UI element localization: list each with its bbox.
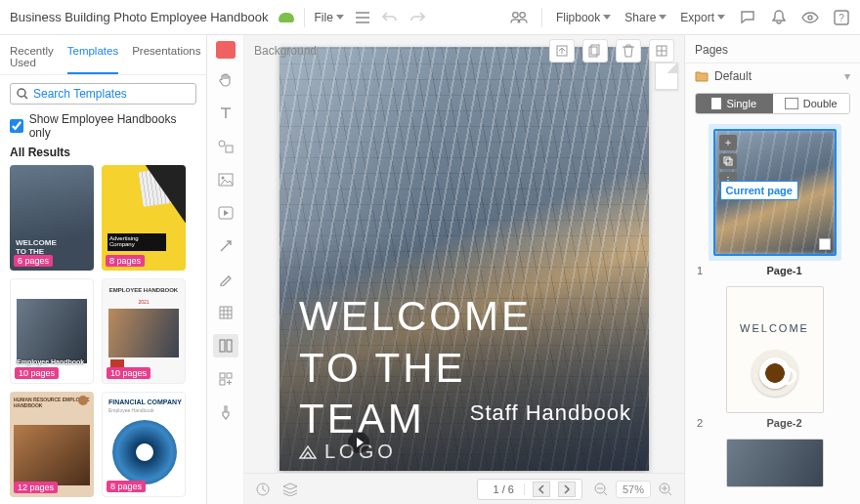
share-label: Share — [624, 11, 656, 24]
list-view-icon[interactable] — [354, 9, 371, 26]
prev-page-button[interactable] — [533, 482, 550, 497]
thumb-checkbox[interactable] — [819, 238, 831, 250]
flipbook-menu[interactable]: Flipbook — [556, 11, 611, 24]
page-index: 1 — [697, 265, 709, 276]
template-subtitle: 2021 — [103, 299, 185, 305]
pages-badge: 10 pages — [15, 367, 59, 379]
table-tool[interactable] — [213, 301, 238, 324]
template-card[interactable]: WELCOME TO THE TEAM 6 pages — [10, 165, 94, 271]
background-label: Background — [254, 44, 317, 58]
folder-name: Default — [714, 69, 752, 83]
all-results-heading: All Results — [0, 146, 206, 165]
hand-tool[interactable] — [213, 68, 238, 92]
caret-down-icon — [603, 15, 611, 20]
template-title: WELCOME — [16, 238, 88, 247]
template-title: FINANCIAL COMPANY — [108, 399, 182, 405]
arrow-tool[interactable] — [213, 234, 238, 258]
svg-rect-24 — [724, 157, 730, 163]
brush-tool[interactable] — [213, 400, 238, 424]
page-peek-icon[interactable] — [655, 63, 678, 90]
search-input[interactable] — [33, 87, 190, 101]
svg-point-5 — [18, 89, 25, 97]
page-thumbnail-item[interactable]: WELCOME 2 Page-2 — [695, 286, 854, 429]
undo-button[interactable] — [381, 9, 399, 26]
caret-down-icon — [336, 15, 344, 20]
caret-down-icon — [717, 15, 725, 20]
document-title: Business Building Photo Employee Handboo… — [10, 10, 269, 24]
current-page-tag: Current page — [720, 181, 798, 200]
file-menu-label: File — [315, 11, 333, 24]
color-fill-tool[interactable] — [216, 41, 236, 59]
page-name[interactable]: Page-2 — [716, 417, 852, 429]
page-settings-icon[interactable] — [649, 39, 674, 63]
thumb-text: WELCOME — [727, 322, 823, 334]
history-icon[interactable] — [254, 481, 272, 498]
filter-checkbox[interactable] — [10, 119, 23, 133]
single-page-icon — [711, 98, 721, 109]
components-tool[interactable] — [213, 367, 238, 391]
caret-down-icon: ▾ — [844, 69, 850, 83]
divider — [541, 8, 542, 27]
templates-grid: WELCOME TO THE TEAM 6 pages Advertising … — [10, 165, 198, 497]
svg-point-1 — [520, 12, 525, 17]
delete-page-icon[interactable] — [616, 39, 641, 63]
template-card[interactable]: FINANCIAL COMPANY Employee Handbook 8 pa… — [102, 392, 186, 497]
tab-presentations[interactable]: Presentations — [132, 45, 200, 74]
page-name[interactable]: Page-1 — [716, 265, 852, 276]
template-card[interactable]: EMPLOYEE HANDBOOK 2021 10 pages — [102, 278, 186, 384]
duplicate-page-icon[interactable] — [582, 39, 608, 63]
svg-rect-12 — [220, 340, 225, 352]
search-templates[interactable] — [10, 83, 196, 105]
pages-badge: 12 pages — [14, 482, 58, 493]
tab-recently-used[interactable]: Recently Used — [10, 45, 54, 74]
collaborators-icon[interactable] — [510, 9, 528, 26]
canvas-header: Background — [244, 35, 684, 66]
page-canvas[interactable]: WELCOME TO THE TEAM Staff Handbook LOGO — [280, 47, 649, 471]
mode-single-button[interactable]: Single — [696, 94, 773, 113]
export-page-icon[interactable] — [549, 39, 575, 63]
shapes-tool[interactable] — [213, 135, 238, 158]
zoom-controls: 57% — [592, 481, 674, 498]
text-tool[interactable] — [213, 102, 238, 125]
template-card[interactable]: Employee Handbook 10 pages — [10, 278, 94, 384]
play-animation-button[interactable] — [348, 432, 369, 453]
template-title: Advertising Company — [108, 233, 166, 251]
thumb-add-icon[interactable]: ＋ — [719, 135, 737, 150]
export-menu[interactable]: Export — [680, 11, 725, 24]
preview-icon[interactable] — [801, 9, 819, 26]
file-menu[interactable]: File — [315, 11, 344, 24]
zoom-percentage[interactable]: 57% — [616, 481, 651, 498]
pages-badge: 10 pages — [107, 367, 150, 379]
pages-panel: Pages Default ▾ Single Double — [684, 35, 860, 504]
filter-show-handbooks[interactable]: Show Employee Handbooks only — [0, 112, 206, 146]
pager: 1 / 6 — [477, 479, 582, 500]
redo-button[interactable] — [408, 9, 426, 26]
mode-double-button[interactable]: Double — [773, 94, 850, 113]
pen-tool[interactable] — [213, 268, 238, 291]
next-page-button[interactable] — [558, 482, 576, 497]
template-card[interactable]: Advertising Company 8 pages — [102, 165, 186, 271]
filter-label: Show Employee Handbooks only — [29, 112, 196, 140]
page-thumbnail-item[interactable]: ＋ ⋮ Current page 1 Page-1 — [695, 124, 854, 276]
page-thumbnail-item[interactable] — [695, 439, 854, 487]
zoom-out-button[interactable] — [592, 481, 610, 498]
share-menu[interactable]: Share — [624, 11, 666, 24]
template-subtitle: Employee Handbook — [108, 407, 153, 413]
zoom-in-button[interactable] — [657, 481, 674, 498]
layers-icon[interactable] — [281, 481, 299, 498]
video-tool[interactable] — [213, 201, 238, 225]
svg-rect-15 — [227, 373, 232, 378]
left-panel: Recently Used Templates Presentations Sh… — [0, 35, 207, 504]
comments-icon[interactable] — [739, 9, 756, 26]
svg-rect-7 — [226, 146, 233, 152]
layout-tool[interactable] — [213, 334, 238, 357]
tab-templates[interactable]: Templates — [67, 45, 118, 74]
thumb-duplicate-icon[interactable] — [719, 153, 737, 169]
mode-label: Single — [726, 98, 756, 109]
help-icon[interactable]: ? — [833, 9, 850, 26]
image-tool[interactable] — [213, 168, 238, 191]
pages-folder[interactable]: Default ▾ — [685, 63, 860, 89]
notifications-icon[interactable] — [770, 9, 788, 26]
caret-down-icon — [659, 15, 666, 20]
template-card[interactable]: HUMAN RESOURCE EMPLOYEE HANDBOOK 12 page… — [10, 392, 94, 497]
